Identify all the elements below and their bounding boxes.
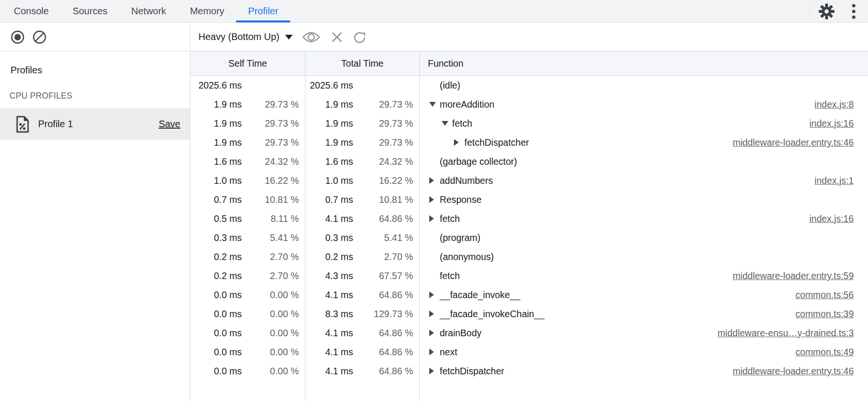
function-cell: fetchDispatchermiddleware-loader.entry.t… (420, 361, 868, 381)
function-name: (garbage collector) (440, 156, 517, 167)
function-cell: Response (420, 190, 868, 209)
total-time-cell: 4.1 ms64.86 % (306, 342, 420, 361)
source-link[interactable]: common.ts:39 (796, 309, 854, 320)
profile-table-row[interactable]: 0.7 ms10.81 %0.7 ms10.81 %Response (190, 190, 868, 209)
expand-arrow-icon[interactable] (442, 121, 452, 126)
self-time-cell: 0.5 ms8.11 % (190, 209, 306, 228)
function-cell: (program) (420, 228, 868, 247)
profile-table-row[interactable]: 1.9 ms29.73 %1.9 ms29.73 %fetchDispatche… (190, 133, 868, 152)
profile-name: Profile 1 (38, 119, 73, 130)
devtools-window: Console Sources Network Memory Profiler (0, 0, 868, 401)
source-link[interactable]: index.js:8 (815, 99, 854, 110)
clear-profiles-button[interactable] (32, 30, 47, 45)
tab-sources[interactable]: Sources (60, 0, 119, 22)
empty-column (306, 381, 420, 401)
self-time-percent: 10.81 % (242, 194, 305, 205)
profile-table-row[interactable]: 1.0 ms16.22 %1.0 ms16.22 %addNumbersinde… (190, 171, 868, 190)
profiler-content: Profiles CPU PROFILES Profile 1 Save (0, 51, 868, 401)
expand-arrow-icon[interactable] (429, 311, 440, 317)
total-time-percent: 16.22 % (353, 175, 419, 186)
self-time-percent: 0.00 % (242, 309, 305, 320)
self-time-ms: 0.0 ms (190, 328, 242, 339)
expand-arrow-icon[interactable] (429, 330, 440, 336)
tab-memory[interactable]: Memory (178, 0, 236, 22)
profile-table-row[interactable]: 0.0 ms0.00 %8.3 ms129.73 %__facade_invok… (190, 304, 868, 323)
focus-function-button[interactable] (301, 30, 321, 44)
source-link[interactable]: middleware-loader.entry.ts:59 (733, 271, 854, 281)
profile-table-row[interactable]: 1.9 ms29.73 %1.9 ms29.73 %fetchindex.js:… (190, 114, 868, 133)
profile-table-row[interactable]: 1.6 ms24.32 %1.6 ms24.32 %(garbage colle… (190, 152, 868, 171)
profile-table-row[interactable]: 0.2 ms2.70 %4.3 ms67.57 %fetchmiddleware… (190, 266, 868, 285)
source-link[interactable]: index.js:16 (809, 118, 854, 129)
self-time-percent: 29.73 % (242, 99, 305, 110)
profile-list-item[interactable]: Profile 1 Save (0, 108, 190, 140)
exclude-function-button[interactable] (331, 31, 343, 43)
tree-indent (429, 142, 454, 143)
total-time-percent: 10.81 % (353, 194, 419, 205)
sidebar-title: Profiles (10, 65, 190, 76)
column-header-self-time[interactable]: Self Time (190, 51, 306, 75)
total-time-percent: 64.86 % (353, 328, 419, 339)
expand-arrow-icon[interactable] (429, 291, 440, 298)
eye-icon (301, 30, 321, 44)
record-icon (10, 30, 25, 45)
source-link[interactable]: common.ts:49 (796, 347, 854, 358)
profile-table-row[interactable]: 0.0 ms0.00 %4.1 ms64.86 %__facade_invoke… (190, 285, 868, 304)
total-time-ms: 4.3 ms (306, 271, 353, 281)
view-mode-label: Heavy (Bottom Up) (198, 31, 279, 42)
record-profile-button[interactable] (10, 30, 25, 45)
self-time-ms: 0.0 ms (190, 290, 242, 301)
expand-arrow-icon[interactable] (429, 177, 440, 184)
profile-table-row[interactable]: 0.5 ms8.11 %4.1 ms64.86 %fetchindex.js:1… (190, 209, 868, 228)
tab-console[interactable]: Console (2, 0, 60, 22)
expand-arrow-icon[interactable] (429, 102, 440, 107)
total-time-percent: 64.86 % (353, 347, 419, 358)
function-name: (idle) (440, 80, 460, 91)
column-header-function[interactable]: Function (420, 51, 868, 75)
self-time-cell: 0.0 ms0.00 % (190, 361, 306, 381)
total-time-ms: 2025.6 ms (306, 80, 353, 91)
function-cell: nextcommon.ts:49 (420, 342, 868, 361)
function-cell: fetchindex.js:16 (420, 209, 868, 228)
profile-table-row[interactable]: 0.0 ms0.00 %4.1 ms64.86 %drainBodymiddle… (190, 323, 868, 342)
more-options-button[interactable] (845, 0, 862, 22)
save-profile-link[interactable]: Save (158, 119, 180, 130)
column-header-total-time[interactable]: Total Time (306, 51, 420, 75)
function-name: (anonymous) (440, 251, 494, 262)
expand-arrow-icon[interactable] (429, 368, 440, 374)
self-time-percent: 5.41 % (242, 232, 305, 243)
self-time-percent: 0.00 % (242, 347, 305, 358)
source-link[interactable]: common.ts:56 (796, 290, 854, 301)
profile-view-select[interactable]: Heavy (Bottom Up) (198, 31, 293, 42)
source-link[interactable]: index.js:16 (809, 213, 854, 224)
tab-network[interactable]: Network (119, 0, 178, 22)
self-time-percent: 24.32 % (242, 156, 305, 167)
source-link[interactable]: index.js:1 (815, 175, 854, 186)
expand-arrow-icon[interactable] (429, 349, 440, 355)
settings-button[interactable] (818, 0, 836, 22)
total-time-cell: 4.1 ms64.86 % (306, 285, 420, 304)
source-link[interactable]: middleware-loader.entry.ts:46 (733, 137, 854, 148)
profile-table-row[interactable]: 0.0 ms0.00 %4.1 ms64.86 %fetchDispatcher… (190, 361, 868, 381)
self-time-percent: 0.00 % (242, 366, 305, 377)
clear-icon (32, 30, 47, 45)
total-time-ms: 1.6 ms (306, 156, 353, 167)
profile-table-row[interactable]: 2025.6 ms2025.6 ms(idle) (190, 76, 868, 95)
source-link[interactable]: middleware-loader.entry.ts:46 (733, 366, 854, 377)
grid-header-row: Self Time Total Time Function (190, 51, 868, 76)
total-time-cell: 1.9 ms29.73 % (306, 95, 420, 114)
expand-arrow-icon[interactable] (454, 139, 464, 146)
self-time-cell: 2025.6 ms (190, 76, 306, 95)
profile-table-row[interactable]: 1.9 ms29.73 %1.9 ms29.73 %moreAdditionin… (190, 95, 868, 114)
profile-table-row[interactable]: 0.0 ms0.00 %4.1 ms64.86 %nextcommon.ts:4… (190, 342, 868, 361)
restore-functions-button[interactable] (353, 30, 367, 44)
expand-arrow-icon[interactable] (429, 215, 440, 222)
devtools-tabbar: Console Sources Network Memory Profiler (0, 0, 868, 23)
expand-arrow-icon[interactable] (429, 196, 440, 203)
self-time-cell: 1.0 ms16.22 % (190, 171, 306, 190)
profile-table-row[interactable]: 0.2 ms2.70 %0.2 ms2.70 %(anonymous) (190, 247, 868, 266)
profile-table-row[interactable]: 0.3 ms5.41 %0.3 ms5.41 %(program) (190, 228, 868, 247)
self-time-cell: 0.0 ms0.00 % (190, 323, 306, 342)
tab-profiler[interactable]: Profiler (236, 0, 290, 22)
source-link[interactable]: middleware-ensu…y-drained.ts:3 (718, 328, 854, 339)
